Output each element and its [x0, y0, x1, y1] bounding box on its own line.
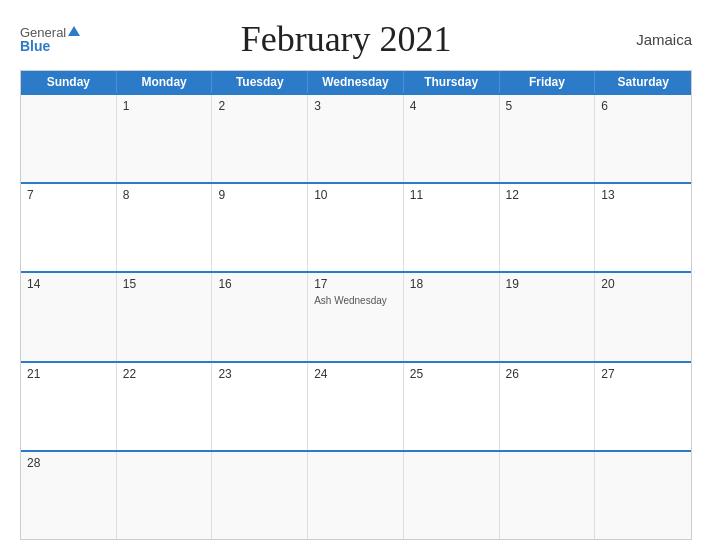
- logo-triangle-icon: [68, 26, 80, 36]
- day-number: 19: [506, 277, 589, 291]
- calendar-cell: 15: [117, 273, 213, 360]
- calendar-cell: [21, 95, 117, 182]
- header-cell-saturday: Saturday: [595, 71, 691, 93]
- calendar-grid: SundayMondayTuesdayWednesdayThursdayFrid…: [20, 70, 692, 540]
- calendar-cell: 22: [117, 363, 213, 450]
- day-number: 27: [601, 367, 685, 381]
- calendar-cell: 5: [500, 95, 596, 182]
- calendar-cell: 26: [500, 363, 596, 450]
- day-number: 7: [27, 188, 110, 202]
- calendar-cell: 3: [308, 95, 404, 182]
- calendar-cell: 7: [21, 184, 117, 271]
- day-number: 24: [314, 367, 397, 381]
- calendar-cell: 4: [404, 95, 500, 182]
- calendar-cell: 24: [308, 363, 404, 450]
- calendar-week-5: 28: [21, 450, 691, 539]
- day-number: 9: [218, 188, 301, 202]
- header-cell-monday: Monday: [117, 71, 213, 93]
- calendar-cell: [308, 452, 404, 539]
- calendar-cell: 28: [21, 452, 117, 539]
- logo-general-text: General: [20, 26, 80, 39]
- calendar-cell: [404, 452, 500, 539]
- day-number: 14: [27, 277, 110, 291]
- country-label: Jamaica: [612, 31, 692, 48]
- header-cell-sunday: Sunday: [21, 71, 117, 93]
- day-number: 16: [218, 277, 301, 291]
- calendar-cell: 12: [500, 184, 596, 271]
- day-number: 8: [123, 188, 206, 202]
- day-number: 15: [123, 277, 206, 291]
- calendar-cell: [212, 452, 308, 539]
- day-number: 2: [218, 99, 301, 113]
- day-number: 5: [506, 99, 589, 113]
- calendar-cell: 14: [21, 273, 117, 360]
- calendar-cell: 27: [595, 363, 691, 450]
- header-cell-tuesday: Tuesday: [212, 71, 308, 93]
- header-cell-wednesday: Wednesday: [308, 71, 404, 93]
- calendar-cell: 10: [308, 184, 404, 271]
- day-number: 25: [410, 367, 493, 381]
- calendar-cell: 13: [595, 184, 691, 271]
- calendar-cell: 25: [404, 363, 500, 450]
- calendar-week-1: 123456: [21, 93, 691, 182]
- calendar-cell: [595, 452, 691, 539]
- calendar-page: General Blue February 2021 Jamaica Sunda…: [0, 0, 712, 550]
- calendar-cell: 17Ash Wednesday: [308, 273, 404, 360]
- calendar-cell: 19: [500, 273, 596, 360]
- header-cell-thursday: Thursday: [404, 71, 500, 93]
- calendar-cell: 1: [117, 95, 213, 182]
- calendar-cell: 18: [404, 273, 500, 360]
- calendar-week-2: 78910111213: [21, 182, 691, 271]
- logo: General Blue: [20, 26, 80, 53]
- calendar-week-3: 14151617Ash Wednesday181920: [21, 271, 691, 360]
- day-number: 21: [27, 367, 110, 381]
- calendar-cell: 23: [212, 363, 308, 450]
- day-number: 4: [410, 99, 493, 113]
- event-label: Ash Wednesday: [314, 295, 397, 306]
- calendar-cell: [500, 452, 596, 539]
- day-number: 18: [410, 277, 493, 291]
- logo-blue-text: Blue: [20, 39, 50, 53]
- day-number: 17: [314, 277, 397, 291]
- day-number: 26: [506, 367, 589, 381]
- day-number: 11: [410, 188, 493, 202]
- calendar-cell: [117, 452, 213, 539]
- day-number: 12: [506, 188, 589, 202]
- calendar-cell: 9: [212, 184, 308, 271]
- calendar-cell: 21: [21, 363, 117, 450]
- calendar-cell: 6: [595, 95, 691, 182]
- day-number: 1: [123, 99, 206, 113]
- header-cell-friday: Friday: [500, 71, 596, 93]
- day-number: 22: [123, 367, 206, 381]
- calendar-cell: 20: [595, 273, 691, 360]
- day-number: 13: [601, 188, 685, 202]
- calendar-cell: 2: [212, 95, 308, 182]
- day-number: 23: [218, 367, 301, 381]
- day-number: 20: [601, 277, 685, 291]
- calendar-title: February 2021: [80, 18, 612, 60]
- calendar-header-row: SundayMondayTuesdayWednesdayThursdayFrid…: [21, 71, 691, 93]
- calendar-body: 1234567891011121314151617Ash Wednesday18…: [21, 93, 691, 539]
- calendar-cell: 11: [404, 184, 500, 271]
- day-number: 10: [314, 188, 397, 202]
- day-number: 3: [314, 99, 397, 113]
- header: General Blue February 2021 Jamaica: [20, 18, 692, 60]
- day-number: 6: [601, 99, 685, 113]
- day-number: 28: [27, 456, 110, 470]
- calendar-cell: 16: [212, 273, 308, 360]
- calendar-cell: 8: [117, 184, 213, 271]
- calendar-week-4: 21222324252627: [21, 361, 691, 450]
